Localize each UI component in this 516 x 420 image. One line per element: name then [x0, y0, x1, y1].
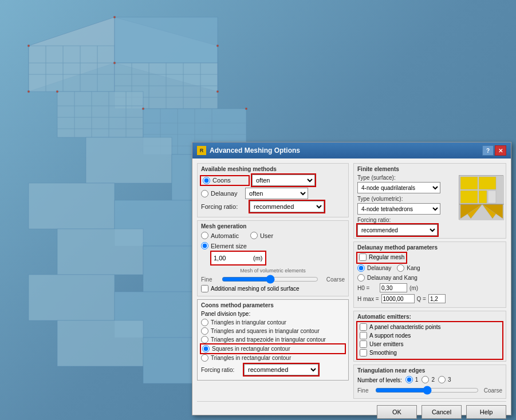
panel-pts-checkbox[interactable] [360, 323, 367, 331]
panel-div-radio-1[interactable] [201, 319, 208, 326]
delaunay-dropdown[interactable]: often [245, 188, 308, 199]
svg-rect-43 [57, 320, 143, 366]
delaunay-radio[interactable] [201, 190, 208, 197]
cancel-button[interactable]: Cancel [422, 405, 462, 419]
forcing-ratio-bottom-row: Forcing ratio: recommended [201, 364, 345, 375]
svg-point-52 [142, 108, 144, 110]
delaunay-kang-radio[interactable] [357, 274, 365, 282]
user-emitters-label: User emitters [369, 341, 403, 347]
panel-pts-label: A panel characteristic points [369, 324, 441, 330]
smoothing-label: Smoothing [369, 350, 397, 356]
dialog-footer: OK Cancel Help [197, 401, 506, 419]
user-label: User [260, 232, 273, 239]
svg-rect-57 [460, 191, 478, 203]
available-methods-label: Available meshing methods [201, 166, 345, 172]
forcing-ratio-left-row: Forcing ratio: recommended [201, 201, 345, 212]
app-icon: R [197, 146, 206, 155]
delaunay-kang-row: Delaunay and Kang [357, 274, 502, 282]
dialog-body: Available meshing methods Coons often [192, 159, 511, 415]
svg-point-50 [216, 90, 219, 93]
triangulation-slider[interactable] [375, 386, 479, 394]
automatic-radio[interactable] [201, 232, 208, 239]
forcing-ratio-left-label: Forcing ratio: [201, 203, 250, 210]
h0-input[interactable] [380, 283, 407, 292]
type-volumetric-label: Type (volumetric): [357, 196, 451, 202]
ok-button[interactable]: OK [377, 405, 417, 419]
svg-rect-41 [29, 275, 115, 320]
hmax-input[interactable] [381, 294, 415, 303]
advanced-meshing-dialog: R Advanced Meshing Options ? ✕ Available… [192, 142, 511, 415]
automatic-label: Automatic [211, 232, 239, 239]
panel-div-1: Triangles in triangular contour [201, 319, 345, 326]
forcing-ratio-bottom-dropdown[interactable]: recommended [244, 364, 318, 375]
forcing-ratio-left-dropdown[interactable]: recommended [250, 201, 324, 212]
svg-rect-35 [86, 137, 172, 183]
delaunay-method-params: Delaunay method parameters Regular mesh [353, 241, 506, 308]
panel-div-radio-4[interactable] [202, 345, 210, 352]
triangulation-slider-row: Fine Coarse [357, 386, 502, 394]
panel-div-label-3: Triangles and trapezoide in triangular c… [211, 336, 326, 343]
help-button-title[interactable]: ? [482, 145, 494, 156]
coons-radio[interactable] [203, 177, 210, 184]
additional-meshing-checkbox[interactable] [201, 285, 208, 292]
dialog-titlebar[interactable]: R Advanced Meshing Options ? ✕ [192, 142, 511, 159]
panel-div-2: Triangles and squares in triangular cont… [201, 327, 345, 335]
kang-label: Kang [407, 265, 420, 271]
user-emitters-checkbox[interactable] [360, 340, 367, 348]
svg-rect-56 [479, 177, 496, 189]
svg-rect-19 [57, 92, 143, 137]
coons-row: Coons often [201, 175, 345, 186]
coons-label: Coons [212, 177, 247, 184]
element-size-radio[interactable] [201, 242, 208, 249]
hmax-row: H max = Q = [357, 294, 502, 303]
delaunay-kang-label: Delaunay and Kang [367, 275, 417, 281]
panel-div-label-1: Triangles in triangular contour [211, 319, 286, 326]
coons-method-label: Coons method parameters [201, 302, 345, 308]
support-nodes-checkbox[interactable] [360, 332, 367, 339]
help-button-footer[interactable]: Help [466, 405, 506, 419]
type-surface-dropdown[interactable]: 4-node quadrilaterals 3-node triangles [357, 182, 440, 193]
smoothing-checkbox[interactable] [360, 349, 367, 356]
h0-label: H0 = [357, 285, 377, 291]
slider-coarse-label: Coarse [322, 276, 345, 283]
mesh-volumetric-label: Mesh of volumetric elements [201, 268, 345, 274]
left-column: Available meshing methods Coons often [197, 163, 349, 399]
support-nodes-row: A support nodes [360, 332, 500, 339]
close-button[interactable]: ✕ [495, 145, 506, 156]
q-input[interactable] [428, 294, 446, 303]
level-3-label: 3 [448, 377, 451, 383]
emitters-highlighted-box: A panel characteristic points A support … [357, 322, 502, 359]
svg-point-53 [245, 108, 247, 110]
regular-mesh-row: Regular mesh [357, 253, 406, 263]
slider-fine-label: Fine [201, 276, 218, 283]
element-size-input[interactable] [214, 253, 251, 263]
delaunay-method-radio[interactable] [357, 264, 365, 272]
additional-meshing-row: Additional meshing of solid surface [201, 285, 345, 292]
level-3-radio[interactable] [438, 376, 446, 383]
panel-div-3: Triangles and trapezoide in triangular c… [201, 336, 345, 343]
forcing-ratio-right-dropdown[interactable]: recommended [357, 224, 438, 236]
user-radio[interactable] [250, 232, 258, 239]
user-row: User [250, 232, 273, 239]
triangulation-section: Triangulation near edges Number of level… [353, 364, 506, 399]
panel-div-radio-2[interactable] [201, 327, 208, 335]
triangulation-label: Triangulation near edges [357, 367, 502, 374]
kang-radio[interactable] [397, 264, 404, 272]
right-column: Finite elements Type (surface): 4-node q… [353, 163, 506, 399]
mesh-slider[interactable] [222, 275, 318, 283]
mesh-preview [459, 175, 503, 220]
type-volumetric-dropdown[interactable]: 4-node tetrahedrons 10-node tetrahedrons [357, 203, 440, 215]
panel-div-radio-5[interactable] [201, 354, 208, 362]
level-1-label: 1 [415, 377, 419, 383]
svg-rect-58 [479, 191, 487, 203]
level-1-radio[interactable] [405, 376, 413, 383]
coons-dropdown[interactable]: often [252, 175, 315, 186]
level-2-radio[interactable] [422, 376, 429, 383]
forcing-ratio-right-label2: Forcing ratio: [357, 217, 451, 223]
delaunay-method-label2: Delaunay [367, 265, 391, 271]
kang-radio-row: Kang [397, 264, 420, 272]
user-emitters-row: User emitters [360, 340, 500, 348]
panel-div-radio-3[interactable] [201, 336, 208, 343]
type-surface-label: Type (surface): [357, 175, 451, 181]
regular-mesh-checkbox[interactable] [359, 253, 367, 261]
